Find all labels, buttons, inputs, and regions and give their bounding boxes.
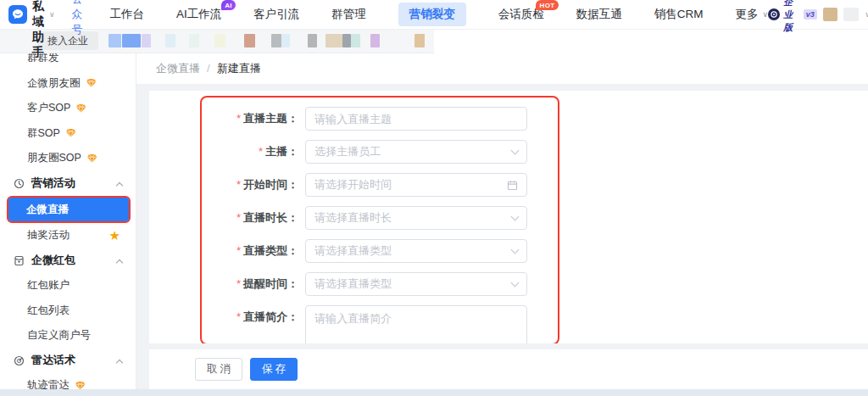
nav-item-label: AI工作流 [176, 7, 221, 22]
placeholder-text: 请选择直播类型 [314, 243, 512, 259]
sidebar-section-8[interactable]: 企微红包 [0, 248, 136, 274]
bottom-strip [0, 389, 868, 396]
sidebar-section-12[interactable]: 雷达话术 [0, 349, 136, 374]
nav-item-3[interactable]: 群管理 [331, 7, 366, 22]
form-field-3-select[interactable]: 请选择直播时长 [305, 206, 527, 230]
sidebar-item-2[interactable]: 客户SOP [0, 96, 136, 121]
user-avatar-redacted[interactable] [823, 8, 838, 21]
nav-item-4[interactable]: 营销裂变 [398, 3, 466, 26]
redacted-tab [165, 34, 175, 47]
sidebar: 群群发企微朋友圈客户SOP群SOP朋友圈SOP营销活动企微直播抽奖活动★企微红包… [0, 53, 136, 396]
brand-chevron-down-icon[interactable]: ∨ [49, 10, 55, 19]
required-mark: * [236, 244, 241, 257]
edition-badge: 企业版 v3 [768, 0, 816, 34]
annotation-rect-sidebar: 企微直播 [7, 196, 131, 223]
form-field-label: *提醒时间： [149, 276, 298, 292]
top-nav-right: 企业版 v3 ∨ [768, 0, 868, 34]
hot-badge-icon: HOT [536, 0, 559, 10]
marketing-icon [14, 178, 25, 189]
form-field-label-text: 直播主题： [243, 112, 298, 125]
enterprise-tab-strip: 接入企业 [0, 29, 868, 53]
required-mark: * [236, 211, 241, 224]
calendar-icon [507, 180, 518, 191]
nav-item-0[interactable]: 工作台 [110, 7, 145, 22]
collapse-chevron-icon[interactable] [116, 259, 123, 265]
redacted-tab [415, 34, 425, 47]
sidebar-section-label: 雷达话术 [31, 353, 75, 368]
top-nav-menu: 工作台AI工作流AI客户引流群管理营销裂变会话质检HOT数据互通销售CRM更多∨ [110, 0, 769, 29]
sidebar-item-7[interactable]: 抽奖活动★ [0, 223, 136, 248]
form-field-5-select[interactable]: 请选择直播类型 [305, 272, 527, 296]
nav-item-label: 客户引流 [253, 7, 299, 22]
sidebar-item-4[interactable]: 朋友圈SOP [0, 146, 136, 171]
app-logo-icon [8, 5, 27, 24]
vip-gem-icon [75, 103, 86, 114]
app-window: 芝麻私域助手 ∨ 公众号 工作台AI工作流AI客户引流群管理营销裂变会话质检HO… [0, 0, 868, 396]
form-field-0-input[interactable] [305, 107, 527, 131]
redacted-tab [108, 34, 121, 47]
required-mark: * [236, 178, 241, 191]
save-button[interactable]: 保存 [250, 358, 298, 381]
breadcrumb-parent[interactable]: 企微直播 [156, 61, 200, 76]
form-field-label: *直播主题： [149, 111, 298, 126]
new-live-form: *直播主题：*主播：选择主播员工*开始时间：请选择开始时间*直播时长：请选择直播… [149, 91, 868, 343]
nav-item-5[interactable]: 会话质检HOT [498, 7, 544, 22]
nav-item-label: 群管理 [331, 7, 366, 22]
form-field-label-text: 主播： [265, 145, 298, 158]
sidebar-item-label: 红包列表 [27, 304, 70, 318]
required-mark: * [259, 145, 263, 158]
cancel-button[interactable]: 取消 [195, 358, 242, 381]
app-title: 芝麻私域助手 [32, 0, 44, 60]
redacted-tab [189, 34, 199, 47]
collapse-chevron-icon[interactable] [116, 359, 123, 365]
sidebar-section-5[interactable]: 营销活动 [0, 171, 136, 197]
sidebar-item-1[interactable]: 企微朋友圈 [0, 71, 136, 97]
sidebar-item-label: 抽奖活动 [27, 228, 70, 243]
collapse-chevron-icon[interactable] [116, 181, 123, 188]
vip-gem-icon [86, 78, 97, 88]
nav-item-8[interactable]: 更多∨ [736, 7, 769, 22]
sidebar-item-10[interactable]: 红包列表 [0, 298, 136, 324]
form-field-2-datepicker[interactable]: 请选择开始时间 [305, 173, 527, 197]
required-mark: * [236, 310, 241, 323]
account-chevron-down-icon[interactable]: ∨ [865, 10, 868, 19]
breadcrumb-current: 新建直播 [217, 61, 261, 76]
sidebar-item-11[interactable]: 自定义商户号 [0, 323, 136, 349]
user-name-redacted [843, 8, 859, 21]
placeholder-text: 请选择直播类型 [314, 276, 512, 292]
redacted-tab [351, 34, 360, 47]
new-live-form-card: *直播主题：*主播：选择主播员工*开始时间：请选择开始时间*直播时长：请选择直播… [149, 91, 868, 343]
chevron-down-icon [511, 213, 520, 221]
edition-version-tag: v3 [804, 9, 817, 20]
sidebar-item-9[interactable]: 红包账户 [0, 273, 136, 298]
redpacket-icon [14, 255, 25, 266]
nav-item-7[interactable]: 销售CRM [654, 7, 704, 22]
sidebar-item-label: 客户SOP [27, 101, 70, 115]
form-row-6: *直播简介： [149, 305, 868, 343]
redacted-tab [326, 34, 342, 47]
sidebar-item-label: 企微直播 [26, 203, 69, 217]
form-field-label-text: 提醒时间： [243, 277, 298, 290]
form-row-0: *直播主题： [149, 107, 868, 131]
form-row-5: *提醒时间：请选择直播类型 [149, 272, 868, 296]
nav-item-label: 数据互通 [576, 7, 622, 22]
form-field-1-select[interactable]: 选择主播员工 [305, 140, 527, 164]
form-field-4-select[interactable]: 请选择直播类型 [305, 239, 527, 263]
sidebar-item-selected[interactable]: 企微直播 [8, 198, 129, 221]
vip-gem-icon [65, 128, 76, 138]
nav-item-6[interactable]: 数据互通 [576, 7, 622, 22]
required-mark: * [236, 112, 241, 125]
ai-badge-icon: AI [221, 0, 236, 10]
form-field-label: *开始时间： [149, 177, 298, 192]
sidebar-item-label: 群SOP [27, 126, 60, 141]
redacted-tab [308, 34, 317, 47]
sidebar-item-3[interactable]: 群SOP [0, 121, 136, 147]
form-field-6-textarea[interactable] [305, 305, 527, 343]
nav-item-2[interactable]: 客户引流 [253, 7, 299, 22]
nav-item-1[interactable]: AI工作流AI [176, 7, 221, 22]
account-type-link[interactable]: 公众号 [72, 0, 83, 37]
brand[interactable]: 芝麻私域助手 ∨ 公众号 [8, 0, 83, 60]
placeholder-text: 选择主播员工 [314, 144, 512, 159]
nav-item-label: 营销裂变 [398, 3, 466, 26]
form-footer: 取消 保存 [149, 349, 868, 389]
